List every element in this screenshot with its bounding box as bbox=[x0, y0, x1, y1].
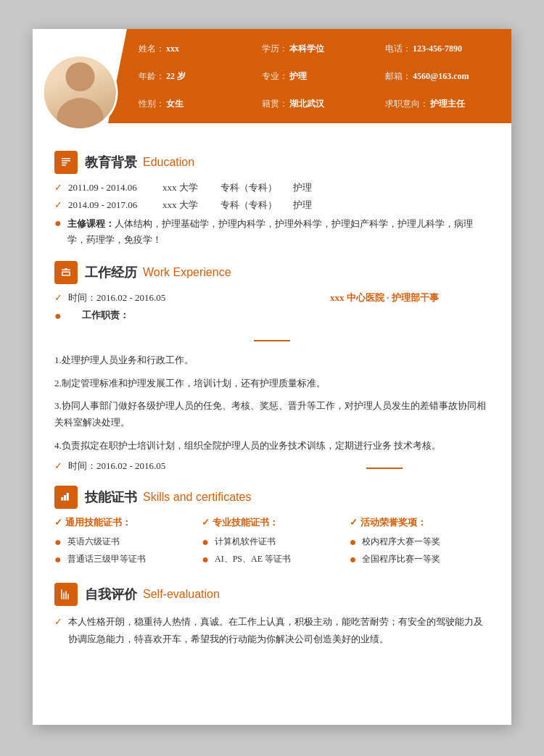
education-row-2: ✓ 2014.09 - 2017.06 xxx 大学 专科（专科） 护理 bbox=[54, 199, 490, 212]
work-time-row-2: ✓ 时间：2016.02 - 2016.05 bbox=[54, 460, 490, 473]
self-eval-row: ✓ 本人性格开朗，稳重待人热情，真诚。在工作上认真，积极主动，能吃苦耐劳；有安全… bbox=[54, 613, 490, 647]
bullet-skill-2-2: ● bbox=[202, 554, 209, 565]
duty-label: 工作职责： bbox=[82, 309, 129, 322]
education-row-1: ✓ 2011.09 - 2014.06 xxx 大学 专科（专科） 护理 bbox=[54, 181, 490, 194]
work-time-1: 时间：2016.02 - 2016.05 bbox=[68, 291, 279, 304]
check-skills-3: ✓ bbox=[350, 517, 358, 528]
work-title-cn: 工作经历 bbox=[85, 264, 137, 281]
skills-section-header: 技能证书 Skills and certificates bbox=[54, 486, 490, 509]
education-section-header: 教育背景 Education bbox=[54, 151, 490, 174]
edu-date-1: 2011.09 - 2014.06 bbox=[68, 182, 162, 194]
education-title-cn: 教育背景 bbox=[85, 154, 137, 171]
skills-col-1: ✓ 通用技能证书： ● 英语六级证书 ● 普通话三级甲等证书 bbox=[54, 516, 194, 570]
duty-bullet: ● bbox=[54, 310, 62, 322]
email-field: 邮箱： 4560@163.com bbox=[381, 62, 504, 90]
skill-item-2-2: ● AI、PS、AE 等证书 bbox=[202, 552, 342, 565]
check-work-2: ✓ bbox=[54, 460, 62, 472]
skill-3-1: 校内程序大赛一等奖 bbox=[362, 536, 440, 548]
checkmark-icon-1: ✓ bbox=[54, 182, 62, 194]
education-icon bbox=[54, 151, 78, 174]
photo-placeholder-icon bbox=[44, 57, 116, 128]
header-info-grid: 姓名： xxx 学历： 本科学位 电话： 123-456-7890 年龄： 22… bbox=[127, 29, 511, 123]
skill-1-2: 普通话三级甲等证书 bbox=[67, 553, 146, 565]
resume-body: 教育背景 Education ✓ 2011.09 - 2014.06 xxx 大… bbox=[33, 136, 511, 675]
skill-item-1-2: ● 普通话三级甲等证书 bbox=[54, 552, 194, 565]
skills-title-cn: 技能证书 bbox=[85, 489, 137, 506]
bullet-skill-3-2: ● bbox=[350, 554, 357, 565]
resume-paper: 姓名： xxx 学历： 本科学位 电话： 123-456-7890 年龄： 22… bbox=[33, 29, 511, 725]
briefcase-icon bbox=[59, 266, 73, 279]
job-label: 求职意向： bbox=[385, 98, 429, 110]
bullet-skill-1-2: ● bbox=[54, 554, 62, 565]
work-section: 工作经历 Work Experience ✓ 时间：2016.02 - 2016… bbox=[54, 261, 490, 473]
skills-col1-title: ✓ 通用技能证书： bbox=[54, 516, 194, 529]
work-para-4: 4.负责拟定在职护士培训计划，组织全院护理人员的业务技术训练，定期进行业务 技术… bbox=[54, 437, 490, 454]
work-section-header: 工作经历 Work Experience bbox=[54, 261, 490, 284]
phone-field: 电话： 123-456-7890 bbox=[381, 35, 504, 62]
hometown-label: 籍贯： bbox=[262, 98, 288, 110]
check-work-1: ✓ bbox=[54, 292, 62, 304]
photo-section bbox=[33, 29, 127, 123]
skills-grid: ✓ 通用技能证书： ● 英语六级证书 ● 普通话三级甲等证书 ✓ bbox=[54, 516, 490, 570]
job-value: 护理主任 bbox=[430, 98, 465, 110]
self-eval-title-cn: 自我评价 bbox=[85, 586, 137, 603]
work-company: xxx 中心医院 · 护理部干事 bbox=[279, 291, 490, 304]
bullet-skill-1-1: ● bbox=[54, 536, 62, 548]
email-label: 邮箱： bbox=[385, 70, 411, 83]
skill-item-3-2: ● 全国程序比赛一等奖 bbox=[350, 552, 490, 565]
name-field: 姓名： xxx bbox=[134, 35, 257, 62]
email-value: 4560@163.com bbox=[413, 71, 469, 82]
major-field: 专业： 护理 bbox=[257, 62, 381, 90]
age-label: 年龄： bbox=[139, 70, 165, 83]
name-label: 姓名： bbox=[139, 43, 165, 55]
self-eval-text: 本人性格开朗，稳重待人热情，真诚。在工作上认真，积极主动，能吃苦耐劳；有安全的驾… bbox=[68, 613, 490, 647]
major-value: 护理 bbox=[289, 70, 307, 83]
resume-header: 姓名： xxx 学历： 本科学位 电话： 123-456-7890 年龄： 22… bbox=[33, 29, 511, 123]
courses-content: 人体结构，护理基础学，护理内科学，护理外科学，护理妇产科学，护理儿科学，病理学，… bbox=[67, 218, 473, 245]
chart-icon bbox=[59, 491, 73, 504]
self-eval-section-header: 自我评价 Self-evaluation bbox=[54, 583, 490, 606]
bar-chart-icon bbox=[59, 588, 73, 601]
book-icon bbox=[59, 156, 73, 169]
bullet-icon: ● bbox=[54, 217, 62, 229]
work-time-row-1: ✓ 时间：2016.02 - 2016.05 xxx 中心医院 · 护理部干事 bbox=[54, 291, 490, 304]
skills-icon bbox=[54, 486, 78, 509]
edu-degree-2: 专科（专科） bbox=[221, 199, 293, 212]
education-value: 本科学位 bbox=[289, 43, 324, 55]
duty-label-row: ● 工作职责： bbox=[54, 309, 490, 328]
education-field: 学历： 本科学位 bbox=[257, 35, 381, 62]
edu-major-2: 护理 bbox=[293, 199, 490, 212]
skill-3-2: 全国程序比赛一等奖 bbox=[362, 553, 440, 565]
skills-col1-label: 通用技能证书： bbox=[65, 516, 131, 529]
skills-col3-label: 活动荣誉奖项： bbox=[360, 516, 426, 529]
edu-major-1: 护理 bbox=[293, 181, 490, 194]
skills-section: 技能证书 Skills and certificates ✓ 通用技能证书： ●… bbox=[54, 486, 490, 570]
skills-col2-title: ✓ 专业技能证书： bbox=[202, 516, 342, 529]
age-field: 年龄： 22 岁 bbox=[134, 62, 257, 90]
skill-1-1: 英语六级证书 bbox=[67, 536, 120, 548]
skills-title-en: Skills and certificates bbox=[143, 491, 251, 504]
self-eval-icon bbox=[54, 583, 78, 606]
self-eval-section: 自我评价 Self-evaluation ✓ 本人性格开朗，稳重待人热情，真诚。… bbox=[54, 583, 490, 647]
skill-item-1-1: ● 英语六级证书 bbox=[54, 535, 194, 548]
work-icon bbox=[54, 261, 78, 284]
job-field: 求职意向： 护理主任 bbox=[381, 90, 504, 117]
hometown-value: 湖北武汉 bbox=[289, 98, 324, 110]
edu-date-2: 2014.09 - 2017.06 bbox=[68, 199, 162, 211]
skill-2-2: AI、PS、AE 等证书 bbox=[215, 553, 291, 565]
work-divider-2 bbox=[366, 468, 403, 469]
self-eval-title-en: Self-evaluation bbox=[143, 588, 220, 601]
work-divider bbox=[254, 340, 290, 341]
work-para-3: 3.协同人事部门做好各级护理人员的任免、考核、奖惩、晋升等工作，对护理人员发生的… bbox=[54, 397, 490, 431]
skills-col-2: ✓ 专业技能证书： ● 计算机软件证书 ● AI、PS、AE 等证书 bbox=[202, 516, 342, 570]
checkmark-icon-2: ✓ bbox=[54, 199, 62, 211]
svg-point-1 bbox=[57, 98, 103, 129]
check-skills-2: ✓ bbox=[202, 517, 210, 528]
work-para-2: 2.制定管理标准和护理发展工作，培训计划，还有护理质量标准。 bbox=[54, 375, 490, 391]
edu-school-2: xxx 大学 bbox=[162, 199, 221, 212]
skill-item-2-1: ● 计算机软件证书 bbox=[202, 535, 342, 548]
edu-school-1: xxx 大学 bbox=[162, 181, 221, 194]
education-section: 教育背景 Education ✓ 2011.09 - 2014.06 xxx 大… bbox=[54, 151, 490, 248]
skills-col3-title: ✓ 活动荣誉奖项： bbox=[350, 516, 490, 529]
work-para-1: 1.处理护理人员业务和行政工作。 bbox=[54, 352, 490, 368]
